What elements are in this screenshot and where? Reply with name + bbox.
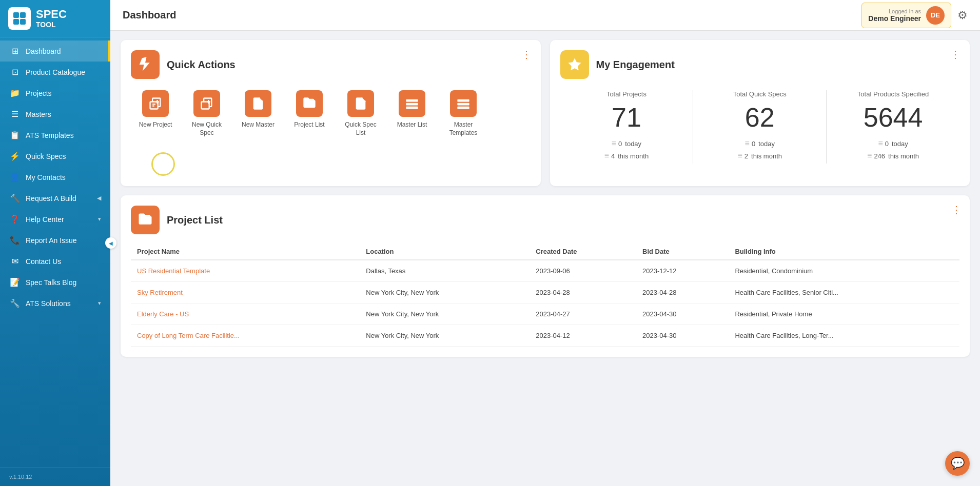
building-info-cell: Health Care Facilities, Senior Citi... <box>729 282 959 303</box>
project-table-head: Project Name Location Created Date Bid D… <box>131 244 959 260</box>
table-row: US Residential Template Dallas, Texas 20… <box>131 260 959 282</box>
sidebar-item-report-an-issue[interactable]: 📞 Report An Issue <box>0 230 110 251</box>
project-name-cell[interactable]: US Residential Template <box>131 260 360 282</box>
location-cell: New York City, New York <box>360 303 530 325</box>
version-label: v.1.10.12 <box>0 467 110 486</box>
sidebar-item-label: My Contacts <box>26 173 66 181</box>
quick-spec-list-action[interactable]: Quick Spec List <box>340 90 381 137</box>
svg-rect-3 <box>20 19 26 25</box>
created-date-cell: 2023-04-12 <box>530 325 636 347</box>
sidebar-item-ats-solutions[interactable]: 🔧 ATS Solutions ▾ <box>0 293 110 314</box>
stat-lines-prod1: ≡ <box>878 139 881 148</box>
col-building-info: Building Info <box>729 244 959 260</box>
project-name-cell[interactable]: Sky Retirement <box>131 282 360 303</box>
settings-button[interactable]: ⚙ <box>957 9 968 22</box>
engagement-stats: Total Projects 71 ≡ 0 today ≡ 4 this mon… <box>560 90 960 164</box>
quick-spec-list-icon <box>347 90 374 117</box>
dashboard-content: Quick Actions ⋮ New Project <box>110 31 980 486</box>
sidebar-item-product-catalogue[interactable]: ⊡ Product Catalogue <box>0 62 110 83</box>
loading-indicator <box>151 152 175 176</box>
sidebar-item-masters[interactable]: ☰ Masters <box>0 104 110 125</box>
project-table-body: US Residential Template Dallas, Texas 20… <box>131 260 959 347</box>
project-list-header: Project List <box>131 206 959 234</box>
quick-actions-menu[interactable]: ⋮ <box>521 48 533 60</box>
stat-qs-value: 62 <box>693 104 826 131</box>
quick-actions-title: Quick Actions <box>167 59 236 71</box>
collapse-sidebar-button[interactable]: ◀ <box>105 237 116 249</box>
stat-lines-qs1: ≡ <box>745 139 749 148</box>
sidebar-item-my-contacts[interactable]: 👤 My Contacts <box>0 167 110 188</box>
bid-date-cell: 2023-12-12 <box>636 260 729 282</box>
sidebar-item-label: Spec Talks Blog <box>26 278 76 287</box>
sidebar-item-label: Report An Issue <box>26 236 77 245</box>
dashboard-icon: ⊞ <box>9 46 21 56</box>
table-row: Sky Retirement New York City, New York 2… <box>131 282 959 303</box>
sidebar-item-contact-us[interactable]: ✉ Contact Us <box>0 251 110 272</box>
ats-templates-icon: 📋 <box>9 130 21 140</box>
engagement-title: My Engagement <box>596 59 675 71</box>
svg-rect-1 <box>20 12 26 18</box>
quick-actions-icon <box>131 50 160 79</box>
new-quick-spec-label: New Quick Spec <box>186 121 227 137</box>
ats-solutions-icon: 🔧 <box>9 298 21 308</box>
project-list-menu[interactable]: ⋮ <box>951 204 962 216</box>
qs-month-label: this month <box>751 152 782 160</box>
location-cell: Dallas, Texas <box>360 260 530 282</box>
sidebar-item-label: ATS Solutions <box>26 299 71 308</box>
project-name-link[interactable]: Copy of Long Term Care Facilitie... <box>137 332 240 339</box>
prod-today-count: 0 <box>885 140 889 148</box>
project-name-cell[interactable]: Elderly Care - US <box>131 303 360 325</box>
new-project-action[interactable]: New Project <box>135 90 176 137</box>
sidebar-item-request-a-build[interactable]: 🔨 Request A Build ◀ <box>0 188 110 209</box>
new-master-action[interactable]: New Master <box>238 90 279 137</box>
svg-rect-2 <box>13 19 19 25</box>
project-name-link[interactable]: Elderly Care - US <box>137 310 189 318</box>
project-list-title: Project List <box>167 214 223 226</box>
project-list-icon <box>296 90 323 117</box>
new-quick-spec-action[interactable]: New Quick Spec <box>186 90 227 137</box>
new-project-icon <box>142 90 169 117</box>
logo-sub: TOOL <box>36 21 67 29</box>
master-templates-action[interactable]: Master Templates <box>443 90 484 137</box>
sidebar-item-spec-talks-blog[interactable]: 📝 Spec Talks Blog <box>0 272 110 293</box>
stat-prod-today: ≡ 0 today <box>827 139 959 148</box>
svg-rect-8 <box>406 99 418 102</box>
sidebar-item-label: Projects <box>26 89 52 97</box>
sidebar-item-ats-templates[interactable]: 📋 ATS Templates <box>0 125 110 146</box>
chevron-down-icon: ▾ <box>98 216 101 222</box>
location-cell: New York City, New York <box>360 325 530 347</box>
sidebar-item-label: Contact Us <box>26 257 61 266</box>
prod-month-count: 246 <box>874 152 885 160</box>
sidebar-item-help-center[interactable]: ❓ Help Center ▾ <box>0 209 110 230</box>
chat-button[interactable]: 💬 <box>945 451 970 476</box>
engagement-menu[interactable]: ⋮ <box>950 48 962 60</box>
project-list-action[interactable]: Project List <box>289 90 330 137</box>
svg-rect-9 <box>406 103 418 106</box>
bid-date-cell: 2023-04-28 <box>636 282 729 303</box>
stat-total-projects: Total Projects 71 ≡ 0 today ≡ 4 this mon… <box>560 90 693 164</box>
project-name-link[interactable]: US Residential Template <box>137 267 210 275</box>
sidebar-item-projects[interactable]: 📁 Projects <box>0 83 110 104</box>
table-row: Elderly Care - US New York City, New Yor… <box>131 303 959 325</box>
user-name: Demo Engineer <box>868 14 921 23</box>
created-date-cell: 2023-04-27 <box>530 303 636 325</box>
project-list-card: Project List ⋮ Project Name Location Cre… <box>121 195 970 357</box>
stat-lines-qs2: ≡ <box>737 151 741 160</box>
master-list-action[interactable]: Master List <box>391 90 433 137</box>
sidebar-item-quick-specs[interactable]: ⚡ Quick Specs <box>0 146 110 167</box>
project-name-cell[interactable]: Copy of Long Term Care Facilitie... <box>131 325 360 347</box>
svg-rect-5 <box>152 106 154 107</box>
header-right: Logged in as Demo Engineer DE ⚙ <box>861 3 968 28</box>
created-date-cell: 2023-09-06 <box>530 260 636 282</box>
chevron-icon: ◀ <box>97 195 101 201</box>
project-list-card-icon <box>131 206 160 234</box>
month-count: 4 <box>611 152 615 160</box>
contact-us-icon: ✉ <box>9 256 21 266</box>
svg-rect-10 <box>406 107 418 109</box>
sidebar-item-dashboard[interactable]: ⊞ Dashboard <box>0 40 110 62</box>
stat-lines-prod2: ≡ <box>867 151 871 160</box>
master-templates-label: Master Templates <box>443 121 484 137</box>
quick-spec-list-label: Quick Spec List <box>340 121 381 137</box>
project-name-link[interactable]: Sky Retirement <box>137 289 183 296</box>
sidebar-item-label: Dashboard <box>26 47 61 55</box>
